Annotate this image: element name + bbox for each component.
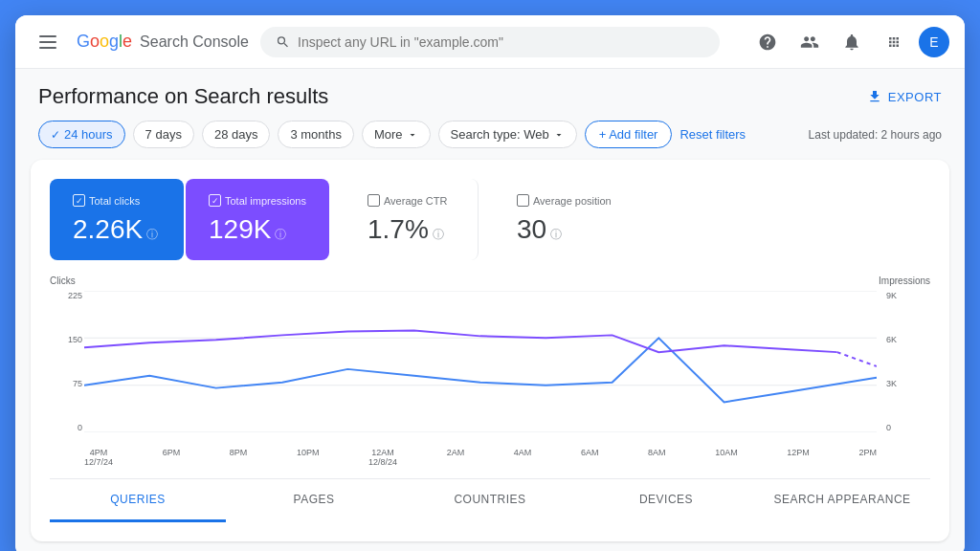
chevron-down-icon xyxy=(553,129,565,141)
position-info-icon[interactable]: ⓘ xyxy=(550,227,562,243)
x-label-12am: 12AM12/8/24 xyxy=(368,448,397,467)
metric-position-value: 30 xyxy=(517,214,546,245)
x-label-10pm: 10PM xyxy=(297,448,320,467)
export-button[interactable]: EXPORT xyxy=(867,89,942,104)
ctr-info-icon[interactable]: ⓘ xyxy=(433,227,444,243)
filter-28days[interactable]: 28 days xyxy=(202,121,271,148)
x-label-4am: 4AM xyxy=(514,448,532,467)
metric-impressions-value: 129K xyxy=(209,214,271,245)
search-icon xyxy=(276,34,290,50)
filter-3months[interactable]: 3 months xyxy=(278,121,353,148)
impressions-info-icon[interactable]: ⓘ xyxy=(275,227,286,243)
performance-card: Total clicks 2.26K ⓘ Total impressions 1… xyxy=(31,160,949,541)
search-bar[interactable] xyxy=(260,27,720,57)
notifications-icon[interactable] xyxy=(835,25,869,59)
filter-24h[interactable]: ✓ 24 hours xyxy=(38,121,125,148)
x-label-2pm: 2PM xyxy=(858,448,877,467)
svg-rect-2 xyxy=(39,47,56,49)
help-icon[interactable] xyxy=(750,25,785,59)
avatar[interactable]: E xyxy=(919,27,949,57)
tab-queries[interactable]: QUERIES xyxy=(50,479,226,522)
x-axis-labels: 4PM12/7/24 6PM 8PM 10PM 12AM12/8/24 2AM … xyxy=(84,448,877,467)
tab-search-appearance[interactable]: SEARCH APPEARANCE xyxy=(754,479,930,522)
metric-ctr-value: 1.7% xyxy=(368,214,429,245)
metric-checkbox-impressions[interactable] xyxy=(209,194,221,207)
metric-ctr[interactable]: Average CTR 1.7% ⓘ xyxy=(345,179,479,260)
x-label-8am: 8AM xyxy=(648,448,666,467)
top-nav: Google Search Console E xyxy=(15,15,965,69)
x-label-6pm: 6PM xyxy=(163,448,181,467)
metric-clicks-value: 2.26K xyxy=(73,214,143,245)
tab-pages[interactable]: PAGES xyxy=(226,479,402,522)
checkmark-icon: ✓ xyxy=(51,128,60,142)
metric-position[interactable]: Average position 30 ⓘ xyxy=(494,179,635,260)
filter-7days[interactable]: 7 days xyxy=(133,121,194,148)
search-input[interactable] xyxy=(298,34,704,50)
google-logo: Google Search Console xyxy=(77,32,249,52)
metric-checkbox-ctr[interactable] xyxy=(368,194,380,207)
x-label-8pm: 8PM xyxy=(230,448,248,467)
x-label-10am: 10AM xyxy=(715,448,738,467)
metric-checkbox-clicks[interactable] xyxy=(73,194,85,207)
last-updated: Last updated: 2 hours ago xyxy=(809,128,942,142)
y-axis-left-label: Clicks xyxy=(50,276,76,286)
tab-countries[interactable]: COUNTRIES xyxy=(402,479,578,522)
clicks-info-icon[interactable]: ⓘ xyxy=(146,227,158,243)
filters-row: ✓ 24 hours 7 days 28 days 3 months More … xyxy=(15,121,965,160)
chart-area xyxy=(84,291,877,432)
y-ticks-right: 9K 6K 3K 0 xyxy=(882,291,930,432)
tabs-row: QUERIES PAGES COUNTRIES DEVICES SEARCH A… xyxy=(50,478,930,522)
x-label-6am: 6AM xyxy=(581,448,599,467)
search-type-filter[interactable]: Search type: Web xyxy=(438,121,577,148)
svg-rect-0 xyxy=(39,35,56,37)
y-axis-right-label: Impressions xyxy=(879,276,930,286)
users-icon[interactable] xyxy=(792,25,827,59)
metric-total-impressions[interactable]: Total impressions 129K ⓘ xyxy=(186,179,329,260)
add-filter-button[interactable]: + Add filter xyxy=(585,121,673,148)
x-label-2am: 2AM xyxy=(447,448,465,467)
chevron-down-icon xyxy=(407,129,418,141)
nav-icons: E xyxy=(750,25,949,59)
metrics-row: Total clicks 2.26K ⓘ Total impressions 1… xyxy=(50,179,930,260)
tab-devices[interactable]: DEVICES xyxy=(578,479,754,522)
metric-checkbox-position[interactable] xyxy=(517,194,529,207)
x-label-4pm: 4PM12/7/24 xyxy=(84,448,113,467)
page-title: Performance on Search results xyxy=(38,84,328,109)
filter-more[interactable]: More xyxy=(362,121,431,148)
x-label-12pm: 12PM xyxy=(787,448,810,467)
metric-total-clicks[interactable]: Total clicks 2.26K ⓘ xyxy=(50,179,184,260)
page-header: Performance on Search results EXPORT xyxy=(15,69,965,121)
y-ticks-left: 225 150 75 0 xyxy=(50,291,82,432)
hamburger-menu[interactable] xyxy=(31,25,65,59)
reset-filters-button[interactable]: Reset filters xyxy=(679,127,746,142)
apps-icon[interactable] xyxy=(877,25,911,59)
app-window: Google Search Console E xyxy=(15,15,965,551)
chart-container: Clicks Impressions 225 150 75 0 9K 6K 3K… xyxy=(50,276,930,467)
chart-svg xyxy=(84,291,877,432)
main-content: Total clicks 2.26K ⓘ Total impressions 1… xyxy=(15,160,965,551)
svg-rect-1 xyxy=(39,41,56,43)
